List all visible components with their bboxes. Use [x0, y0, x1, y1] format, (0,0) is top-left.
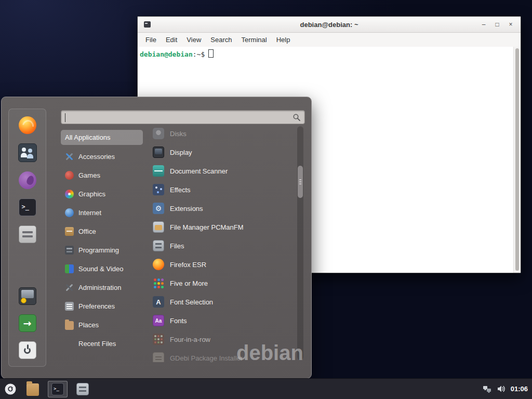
terminal-scrollbar-thumb[interactable] — [515, 48, 519, 271]
menubar-item-view[interactable]: View — [182, 33, 206, 47]
category-label: All Applications — [65, 134, 110, 141]
favorites-bottom-group — [19, 287, 36, 359]
app-label: Document Scanner — [170, 167, 228, 175]
desktop: debian@debian: ~ – □ × File Edit View Se… — [0, 0, 532, 399]
category-programming[interactable]: Programming — [61, 241, 143, 259]
category-list: All Applications Accessories Games Graph… — [61, 128, 143, 353]
menubar-item-file[interactable]: File — [141, 33, 161, 47]
app-item-disks[interactable]: Disks — [148, 124, 297, 143]
category-games[interactable]: Games — [61, 166, 143, 184]
volume-icon[interactable] — [497, 384, 506, 393]
files-icon — [76, 383, 89, 395]
document-scanner-icon — [153, 165, 164, 177]
five-or-more-icon — [153, 277, 164, 289]
terminal-window-icon — [144, 21, 151, 28]
logout-icon[interactable] — [19, 314, 36, 332]
favorites-column — [8, 109, 46, 367]
taskbar-files-button[interactable] — [73, 381, 92, 397]
lock-screen-icon[interactable] — [19, 287, 36, 305]
font-selection-icon — [153, 296, 164, 308]
category-label: Office — [78, 228, 96, 235]
app-item-font-selection[interactable]: Font Selection — [148, 292, 297, 311]
category-all-applications[interactable]: All Applications — [61, 130, 143, 145]
fonts-icon — [153, 315, 164, 326]
category-label: Recent Files — [78, 340, 116, 348]
minimize-button[interactable]: – — [477, 19, 490, 30]
app-label: Font Selection — [170, 298, 213, 306]
category-label: Administration — [78, 284, 121, 291]
terminal-cursor — [208, 49, 214, 58]
category-label: Graphics — [78, 190, 105, 198]
graphics-icon — [65, 190, 74, 198]
app-item-effects[interactable]: Effects — [148, 180, 297, 199]
app-label: Disks — [170, 130, 187, 138]
app-label: Five or More — [170, 280, 208, 287]
close-button[interactable]: × — [504, 19, 517, 30]
category-recent-files[interactable]: Recent Files — [61, 334, 143, 353]
app-item-four-in-a-row[interactable]: Four-in-a-row — [148, 330, 297, 349]
category-accessories[interactable]: Accessories — [61, 147, 143, 166]
category-administration[interactable]: Administration — [61, 278, 143, 297]
terminal-menubar: File Edit View Search Terminal Help — [138, 33, 521, 47]
system-tray: 01:06 — [483, 384, 532, 393]
accessories-icon — [65, 152, 74, 161]
menubar-item-terminal[interactable]: Terminal — [237, 33, 272, 47]
category-internet[interactable]: Internet — [61, 203, 143, 222]
terminal-icon[interactable] — [19, 198, 36, 216]
terminal-titlebar[interactable]: debian@debian: ~ – □ × — [138, 17, 521, 33]
category-places[interactable]: Places — [61, 315, 143, 334]
games-icon — [65, 171, 74, 180]
app-item-files[interactable]: Files — [148, 236, 297, 255]
menubar-item-search[interactable]: Search — [206, 33, 236, 47]
places-icon — [65, 321, 74, 330]
category-label: Games — [78, 171, 100, 179]
preferences-icon — [65, 302, 74, 311]
taskbar-terminal-button[interactable] — [48, 381, 68, 397]
app-item-fonts[interactable]: Fonts — [148, 311, 297, 330]
window-controls: – □ × — [477, 17, 517, 32]
pidgin-icon[interactable] — [19, 171, 36, 189]
clock[interactable]: 01:06 — [511, 385, 528, 393]
search-input[interactable] — [65, 112, 290, 124]
taskbar: 01:06 — [0, 378, 532, 399]
file-manager-icon[interactable] — [19, 225, 36, 243]
internet-icon — [65, 208, 74, 217]
search-box — [61, 110, 305, 124]
app-item-document-scanner[interactable]: Document Scanner — [148, 162, 297, 180]
app-list-scrollbar-thumb[interactable] — [298, 166, 303, 198]
maximize-button[interactable]: □ — [490, 19, 504, 30]
taskbar-app-buttons — [23, 381, 92, 397]
sound-video-icon — [65, 264, 74, 273]
network-icon[interactable] — [483, 384, 491, 393]
disks-icon — [153, 128, 164, 139]
terminal-scrollbar[interactable] — [513, 47, 521, 273]
display-icon — [153, 147, 164, 158]
four-in-a-row-icon — [153, 334, 164, 345]
search-icon — [292, 113, 301, 122]
app-list-scrollbar[interactable] — [297, 126, 303, 360]
app-item-gdebi[interactable]: GDebi Package Installer — [148, 349, 297, 362]
users-icon[interactable] — [18, 143, 37, 162]
app-item-extensions[interactable]: Extensions — [148, 199, 297, 218]
category-preferences[interactable]: Preferences — [61, 297, 143, 315]
application-list: Disks Display Document Scanner Effects E… — [148, 124, 297, 362]
app-label: Firefox ESR — [170, 261, 206, 269]
app-item-file-manager-pcmanfm[interactable]: File Manager PCManFM — [148, 218, 297, 236]
app-label: File Manager PCManFM — [170, 223, 244, 231]
category-label: Accessories — [78, 153, 115, 161]
shutdown-icon[interactable] — [19, 341, 36, 359]
category-sound-video[interactable]: Sound & Video — [61, 259, 143, 278]
extensions-icon — [153, 203, 164, 214]
firefox-icon[interactable] — [19, 116, 36, 134]
app-item-display[interactable]: Display — [148, 143, 297, 162]
category-graphics[interactable]: Graphics — [61, 184, 143, 203]
app-item-five-or-more[interactable]: Five or More — [148, 274, 297, 292]
menu-button[interactable] — [0, 379, 21, 399]
menubar-item-edit[interactable]: Edit — [161, 33, 182, 47]
folder-icon — [26, 383, 39, 396]
taskbar-file-manager-button[interactable] — [23, 381, 43, 397]
app-item-firefox-esr[interactable]: Firefox ESR — [148, 255, 297, 274]
prompt-user: debian@debian — [140, 50, 193, 58]
menubar-item-help[interactable]: Help — [272, 33, 295, 47]
category-office[interactable]: Office — [61, 222, 143, 241]
